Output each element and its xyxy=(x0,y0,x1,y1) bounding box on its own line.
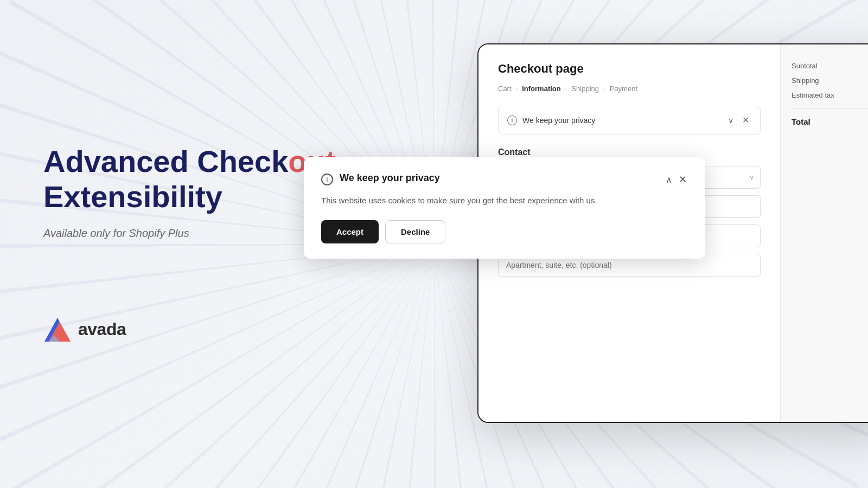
total-label: Total xyxy=(792,117,810,126)
breadcrumb-sep-2: › xyxy=(565,86,567,92)
subtotal-label: Subtotal xyxy=(792,62,818,70)
avada-text: avada xyxy=(78,319,126,339)
modal-body: This website uses cookies to make sure y… xyxy=(321,194,688,207)
info-icon-banner: i xyxy=(507,115,517,125)
subtotal-row: Subtotal xyxy=(792,62,868,70)
avada-logo: avada xyxy=(43,316,358,344)
breadcrumb-cart[interactable]: Cart xyxy=(498,85,512,93)
privacy-banner: i We keep your privacy ∨ ✕ xyxy=(498,106,761,134)
breadcrumb-sep-1: › xyxy=(516,86,518,92)
accept-button[interactable]: Accept xyxy=(321,220,379,243)
modal-header: i We keep your privacy ∧ ✕ xyxy=(321,172,688,187)
breadcrumb-sep-3: › xyxy=(603,86,605,92)
privacy-banner-close[interactable]: ✕ xyxy=(740,114,751,126)
modal-info-icon: i xyxy=(321,174,333,185)
total-row: Total xyxy=(792,108,868,126)
breadcrumb-payment[interactable]: Payment xyxy=(610,85,637,93)
privacy-banner-actions: ∨ ✕ xyxy=(726,114,751,126)
shipping-row: Shipping xyxy=(792,76,868,85)
modal-collapse-button[interactable]: ∧ xyxy=(665,174,673,186)
modal-buttons: Accept Decline xyxy=(321,220,688,243)
checkout-title: Checkout page xyxy=(498,62,761,76)
hero-title-check: Check xyxy=(197,144,288,178)
avada-icon xyxy=(43,316,72,344)
privacy-banner-text: We keep your privacy xyxy=(522,116,720,125)
breadcrumb-shipping[interactable]: Shipping xyxy=(571,85,599,93)
tax-label: Estimated tax xyxy=(792,91,834,99)
privacy-modal: i We keep your privacy ∧ ✕ This website … xyxy=(304,157,705,259)
contact-section-label: Contact xyxy=(498,147,761,157)
tax-row: Estimated tax xyxy=(792,91,868,99)
decline-button[interactable]: Decline xyxy=(385,220,445,243)
privacy-banner-expand[interactable]: ∨ xyxy=(726,114,736,126)
modal-close-button[interactable]: ✕ xyxy=(678,172,688,187)
breadcrumb: Cart › Information › Shipping › Payment xyxy=(498,85,761,93)
modal-title: We keep your privacy xyxy=(340,172,658,184)
checkout-sidebar: Subtotal Shipping Estimated tax Total xyxy=(780,44,868,422)
hero-title-advanced: Advanced xyxy=(43,144,197,178)
modal-header-actions: ∧ ✕ xyxy=(665,172,688,187)
shipping-label: Shipping xyxy=(792,76,819,85)
breadcrumb-information[interactable]: Information xyxy=(522,85,561,93)
